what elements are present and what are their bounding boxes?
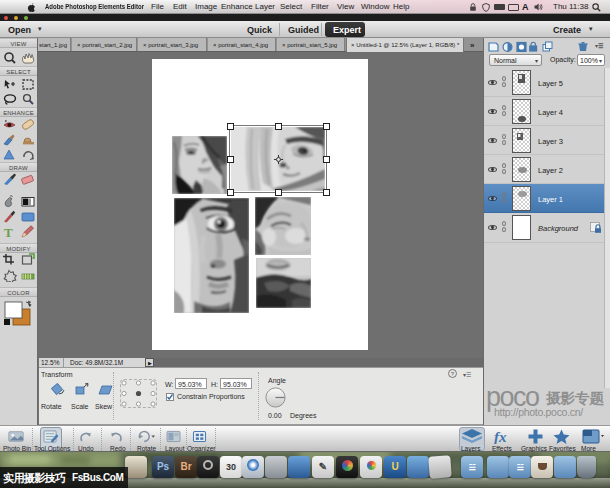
svg-text:T: T: [4, 225, 13, 238]
svg-text:fx: fx: [494, 429, 507, 444]
